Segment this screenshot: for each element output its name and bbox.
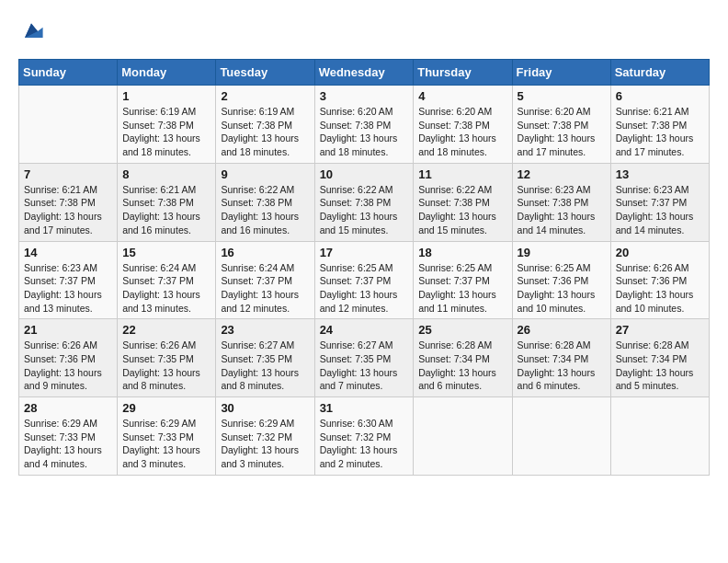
day-number: 25 <box>418 323 506 337</box>
calendar-cell: 24Sunrise: 6:27 AMSunset: 7:35 PMDayligh… <box>314 319 414 397</box>
day-info: Sunrise: 6:21 AMSunset: 7:38 PMDaylight:… <box>122 183 210 237</box>
calendar-cell <box>19 86 118 164</box>
calendar-cell: 3Sunrise: 6:20 AMSunset: 7:38 PMDaylight… <box>314 86 414 164</box>
calendar-cell: 22Sunrise: 6:26 AMSunset: 7:35 PMDayligh… <box>118 319 216 397</box>
day-number: 5 <box>518 89 606 103</box>
day-info: Sunrise: 6:22 AMSunset: 7:38 PMDaylight:… <box>418 183 506 237</box>
calendar-cell: 5Sunrise: 6:20 AMSunset: 7:38 PMDaylight… <box>512 86 610 164</box>
day-info: Sunrise: 6:30 AMSunset: 7:32 PMDaylight:… <box>320 417 409 471</box>
day-info: Sunrise: 6:26 AMSunset: 7:36 PMDaylight:… <box>616 261 704 316</box>
day-number: 22 <box>122 323 210 337</box>
calendar-cell: 1Sunrise: 6:19 AMSunset: 7:38 PMDaylight… <box>118 86 216 164</box>
calendar-cell: 25Sunrise: 6:28 AMSunset: 7:34 PMDayligh… <box>414 319 512 397</box>
day-info: Sunrise: 6:22 AMSunset: 7:38 PMDaylight:… <box>221 183 309 237</box>
day-number: 4 <box>418 89 506 103</box>
calendar-cell: 23Sunrise: 6:27 AMSunset: 7:35 PMDayligh… <box>216 319 314 397</box>
day-info: Sunrise: 6:23 AMSunset: 7:37 PMDaylight:… <box>24 261 112 316</box>
day-info: Sunrise: 6:25 AMSunset: 7:36 PMDaylight:… <box>518 261 606 316</box>
day-number: 11 <box>418 167 506 181</box>
day-info: Sunrise: 6:25 AMSunset: 7:37 PMDaylight:… <box>418 261 506 316</box>
day-number: 31 <box>320 401 409 415</box>
logo <box>18 18 48 44</box>
day-number: 12 <box>518 167 606 181</box>
column-header-tuesday: Tuesday <box>216 60 314 86</box>
day-number: 27 <box>616 323 704 337</box>
day-number: 7 <box>24 167 112 181</box>
day-number: 10 <box>320 167 409 181</box>
day-info: Sunrise: 6:28 AMSunset: 7:34 PMDaylight:… <box>616 339 704 393</box>
calendar-week-4: 21Sunrise: 6:26 AMSunset: 7:36 PMDayligh… <box>19 319 710 397</box>
day-info: Sunrise: 6:22 AMSunset: 7:38 PMDaylight:… <box>320 183 409 237</box>
calendar-cell: 28Sunrise: 6:29 AMSunset: 7:33 PMDayligh… <box>19 397 118 476</box>
day-number: 17 <box>320 246 409 259</box>
day-info: Sunrise: 6:29 AMSunset: 7:33 PMDaylight:… <box>122 417 210 471</box>
calendar-cell: 16Sunrise: 6:24 AMSunset: 7:37 PMDayligh… <box>216 241 314 319</box>
day-number: 19 <box>518 246 606 259</box>
day-number: 16 <box>221 246 309 259</box>
calendar-cell: 26Sunrise: 6:28 AMSunset: 7:34 PMDayligh… <box>512 319 610 397</box>
page-header <box>18 18 710 44</box>
column-header-sunday: Sunday <box>19 60 118 86</box>
day-info: Sunrise: 6:26 AMSunset: 7:35 PMDaylight:… <box>122 339 210 393</box>
day-number: 6 <box>616 89 704 103</box>
calendar-cell: 9Sunrise: 6:22 AMSunset: 7:38 PMDaylight… <box>216 163 314 241</box>
day-number: 14 <box>24 246 112 259</box>
day-number: 28 <box>24 401 112 415</box>
day-info: Sunrise: 6:27 AMSunset: 7:35 PMDaylight:… <box>320 339 409 393</box>
day-info: Sunrise: 6:25 AMSunset: 7:37 PMDaylight:… <box>320 261 409 316</box>
day-number: 26 <box>518 323 606 337</box>
day-info: Sunrise: 6:23 AMSunset: 7:38 PMDaylight:… <box>518 183 606 237</box>
day-info: Sunrise: 6:26 AMSunset: 7:36 PMDaylight:… <box>24 339 112 393</box>
day-number: 15 <box>122 246 210 259</box>
calendar-cell: 4Sunrise: 6:20 AMSunset: 7:38 PMDaylight… <box>414 86 512 164</box>
calendar-table: SundayMondayTuesdayWednesdayThursdayFrid… <box>18 59 710 476</box>
logo-icon <box>18 18 44 44</box>
day-info: Sunrise: 6:21 AMSunset: 7:38 PMDaylight:… <box>616 105 704 159</box>
day-number: 9 <box>221 167 309 181</box>
calendar-cell <box>610 397 709 476</box>
column-header-saturday: Saturday <box>610 60 709 86</box>
day-info: Sunrise: 6:27 AMSunset: 7:35 PMDaylight:… <box>221 339 309 393</box>
calendar-cell: 11Sunrise: 6:22 AMSunset: 7:38 PMDayligh… <box>414 163 512 241</box>
day-number: 24 <box>320 323 409 337</box>
calendar-cell: 6Sunrise: 6:21 AMSunset: 7:38 PMDaylight… <box>610 86 709 164</box>
day-info: Sunrise: 6:20 AMSunset: 7:38 PMDaylight:… <box>518 105 606 159</box>
day-info: Sunrise: 6:29 AMSunset: 7:32 PMDaylight:… <box>221 417 309 471</box>
day-info: Sunrise: 6:19 AMSunset: 7:38 PMDaylight:… <box>221 105 309 159</box>
day-info: Sunrise: 6:19 AMSunset: 7:38 PMDaylight:… <box>122 105 210 159</box>
calendar-cell: 17Sunrise: 6:25 AMSunset: 7:37 PMDayligh… <box>314 241 414 319</box>
column-header-wednesday: Wednesday <box>314 60 414 86</box>
calendar-cell: 15Sunrise: 6:24 AMSunset: 7:37 PMDayligh… <box>118 241 216 319</box>
day-info: Sunrise: 6:20 AMSunset: 7:38 PMDaylight:… <box>418 105 506 159</box>
day-number: 23 <box>221 323 309 337</box>
calendar-cell: 31Sunrise: 6:30 AMSunset: 7:32 PMDayligh… <box>314 397 414 476</box>
calendar-cell: 27Sunrise: 6:28 AMSunset: 7:34 PMDayligh… <box>610 319 709 397</box>
calendar-week-2: 7Sunrise: 6:21 AMSunset: 7:38 PMDaylight… <box>19 163 710 241</box>
calendar-cell: 10Sunrise: 6:22 AMSunset: 7:38 PMDayligh… <box>314 163 414 241</box>
day-info: Sunrise: 6:20 AMSunset: 7:38 PMDaylight:… <box>320 105 409 159</box>
calendar-cell: 29Sunrise: 6:29 AMSunset: 7:33 PMDayligh… <box>118 397 216 476</box>
day-number: 29 <box>122 401 210 415</box>
day-info: Sunrise: 6:29 AMSunset: 7:33 PMDaylight:… <box>24 417 112 471</box>
calendar-cell <box>512 397 610 476</box>
day-number: 2 <box>221 89 309 103</box>
day-info: Sunrise: 6:23 AMSunset: 7:37 PMDaylight:… <box>616 183 704 237</box>
day-number: 30 <box>221 401 309 415</box>
calendar-week-5: 28Sunrise: 6:29 AMSunset: 7:33 PMDayligh… <box>19 397 710 476</box>
calendar-body: 1Sunrise: 6:19 AMSunset: 7:38 PMDaylight… <box>19 86 710 476</box>
column-header-thursday: Thursday <box>414 60 512 86</box>
calendar-cell: 7Sunrise: 6:21 AMSunset: 7:38 PMDaylight… <box>19 163 118 241</box>
calendar-week-1: 1Sunrise: 6:19 AMSunset: 7:38 PMDaylight… <box>19 86 710 164</box>
column-header-monday: Monday <box>118 60 216 86</box>
calendar-week-3: 14Sunrise: 6:23 AMSunset: 7:37 PMDayligh… <box>19 241 710 319</box>
calendar-cell: 20Sunrise: 6:26 AMSunset: 7:36 PMDayligh… <box>610 241 709 319</box>
calendar-cell <box>414 397 512 476</box>
calendar-cell: 8Sunrise: 6:21 AMSunset: 7:38 PMDaylight… <box>118 163 216 241</box>
calendar-cell: 18Sunrise: 6:25 AMSunset: 7:37 PMDayligh… <box>414 241 512 319</box>
column-header-friday: Friday <box>512 60 610 86</box>
day-number: 20 <box>616 246 704 259</box>
day-info: Sunrise: 6:28 AMSunset: 7:34 PMDaylight:… <box>418 339 506 393</box>
day-number: 18 <box>418 246 506 259</box>
calendar-cell: 30Sunrise: 6:29 AMSunset: 7:32 PMDayligh… <box>216 397 314 476</box>
calendar-cell: 19Sunrise: 6:25 AMSunset: 7:36 PMDayligh… <box>512 241 610 319</box>
